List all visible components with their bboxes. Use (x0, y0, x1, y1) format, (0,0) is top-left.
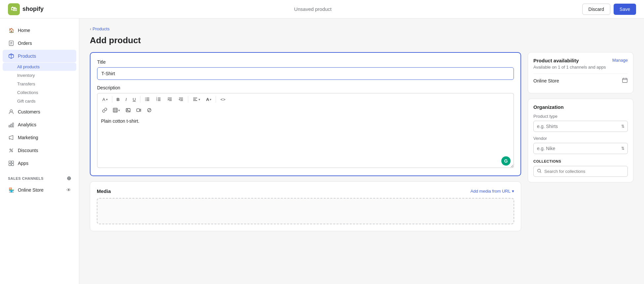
right-panel: Product availability Available on 1 of 1… (528, 52, 633, 237)
toolbar-divider-3 (188, 96, 188, 103)
sidebar-sub-collections[interactable]: Collections (3, 88, 76, 97)
toolbar-font-btn[interactable]: A ▾ (100, 96, 110, 103)
media-dropzone[interactable] (97, 198, 514, 224)
toolbar-divider-4 (216, 96, 216, 103)
save-button[interactable]: Save (614, 4, 636, 15)
toolbar-outdent-btn[interactable] (176, 95, 186, 103)
add-media-dropdown-icon: ▾ (512, 189, 514, 194)
sidebar-sub-all-products[interactable]: All products (3, 63, 76, 71)
sidebar-label-apps: Apps (18, 161, 28, 166)
sidebar: 🏠 Home Orders Products All products Inve… (0, 18, 79, 284)
font-dropdown-arrow: ▾ (106, 98, 108, 101)
title-input[interactable] (97, 67, 514, 80)
sidebar-item-orders[interactable]: Orders (3, 37, 76, 49)
channel-calendar-icon[interactable] (622, 77, 628, 84)
toolbar-align-btn[interactable]: ▾ (190, 95, 202, 103)
description-textarea[interactable] (97, 115, 514, 168)
vendor-label: Vendor (533, 136, 628, 141)
svg-rect-14 (12, 161, 14, 163)
sidebar-sub-label-gift-cards: Gift cards (17, 99, 36, 104)
toolbar-ul-btn[interactable] (142, 95, 152, 103)
toolbar-divider-2 (140, 96, 140, 103)
media-header: Media Add media from URL ▾ (97, 188, 514, 194)
toolbar-indent-btn[interactable] (165, 95, 175, 103)
sidebar-item-products[interactable]: Products (3, 50, 76, 62)
breadcrumb[interactable]: ‹ Products (90, 26, 633, 31)
manage-link[interactable]: Manage (612, 58, 628, 63)
sidebar-sub-gift-cards[interactable]: Gift cards (3, 97, 76, 105)
product-type-select-wrapper: e.g. Shirts ⇅ (533, 121, 628, 132)
toolbar-link-btn[interactable] (100, 107, 109, 114)
sidebar-item-customers[interactable]: Customers (3, 106, 76, 118)
add-sales-channel-icon[interactable]: ⊕ (67, 175, 71, 181)
shopify-bag-icon: 🛍 (8, 3, 20, 15)
svg-rect-9 (13, 123, 14, 127)
svg-point-22 (145, 100, 146, 101)
svg-point-21 (145, 99, 146, 100)
availability-header: Product availability Available on 1 of 1… (533, 58, 628, 74)
channel-row-online-store: Online Store (533, 74, 628, 88)
vendor-select[interactable]: e.g. Nike (533, 143, 628, 154)
svg-point-10 (10, 149, 11, 150)
add-media-link[interactable]: Add media from URL ▾ (471, 189, 514, 194)
toolbar-ol-btn[interactable]: 123 (154, 95, 163, 103)
logo: 🛍 shopify (8, 3, 44, 15)
toolbar-underline-btn[interactable]: U (130, 96, 138, 103)
topbar-actions: Discard Save (582, 4, 636, 15)
left-column: Title Description A ▾ B I (90, 52, 521, 237)
sidebar-label-orders: Orders (18, 41, 32, 46)
sidebar-item-discounts[interactable]: Discounts (3, 144, 76, 157)
sidebar-sub-label-transfers: Transfers (17, 81, 35, 86)
customers-icon (8, 109, 15, 115)
toolbar-bold-btn[interactable]: B (114, 96, 122, 103)
collections-search-input[interactable] (544, 169, 624, 174)
products-icon (8, 53, 15, 59)
vendor-select-wrapper: e.g. Nike ⇅ (533, 143, 628, 154)
availability-subtitle: Available on 1 of 1 channels and apps (533, 65, 606, 70)
svg-rect-7 (9, 125, 10, 127)
toolbar-table-btn[interactable]: ▾ (111, 107, 122, 114)
sidebar-sub-inventory[interactable]: Inventory (3, 71, 76, 79)
sidebar-label-marketing: Marketing (18, 135, 38, 140)
sidebar-item-marketing[interactable]: Marketing (3, 131, 76, 144)
product-type-select[interactable]: e.g. Shirts (533, 121, 628, 132)
home-icon: 🏠 (8, 27, 15, 34)
sidebar-item-online-store[interactable]: 🏪 Online Store 👁 (3, 184, 76, 196)
svg-point-11 (12, 151, 13, 152)
availability-title: Product availability (533, 58, 606, 63)
sidebar-item-home[interactable]: 🏠 Home (3, 24, 76, 37)
toolbar-code-btn[interactable]: <> (218, 96, 228, 103)
svg-rect-45 (137, 109, 140, 112)
title-label: Title (97, 59, 514, 65)
sidebar-label-home: Home (18, 28, 30, 33)
toolbar-image-btn[interactable] (124, 107, 133, 114)
toolbar-video-btn[interactable] (134, 107, 143, 114)
toolbar-italic-btn[interactable]: I (123, 96, 129, 103)
toolbar-block-btn[interactable] (145, 107, 154, 114)
sidebar-item-apps[interactable]: Apps (3, 157, 76, 170)
online-store-eye-icon[interactable]: 👁 (66, 187, 71, 193)
page-title: Add product (90, 35, 633, 46)
svg-rect-38 (113, 108, 117, 112)
channel-name: Online Store (533, 78, 559, 83)
product-type-label: Product type (533, 114, 628, 119)
toolbar-color-btn[interactable]: A ▾ (204, 96, 214, 103)
marketing-icon (8, 134, 15, 141)
svg-point-20 (145, 98, 146, 98)
sidebar-sub-label-collections: Collections (17, 90, 38, 95)
svg-point-44 (127, 109, 128, 110)
product-form-card: Title Description A ▾ B I (90, 52, 521, 176)
svg-rect-13 (9, 161, 11, 163)
collections-label: COLLECTIONS (533, 159, 628, 163)
sidebar-sub-transfers[interactable]: Transfers (3, 80, 76, 88)
collections-search (533, 166, 628, 177)
logo-text: shopify (22, 6, 44, 13)
online-store-icon: 🏪 (8, 187, 15, 193)
discard-button[interactable]: Discard (582, 4, 610, 15)
organization-title: Organization (533, 104, 628, 110)
sidebar-label-analytics: Analytics (18, 122, 36, 127)
orders-icon (8, 40, 15, 47)
page-status: Unsaved product (294, 6, 332, 12)
sidebar-item-analytics[interactable]: Analytics (3, 118, 76, 131)
media-card: Media Add media from URL ▾ (90, 181, 521, 231)
